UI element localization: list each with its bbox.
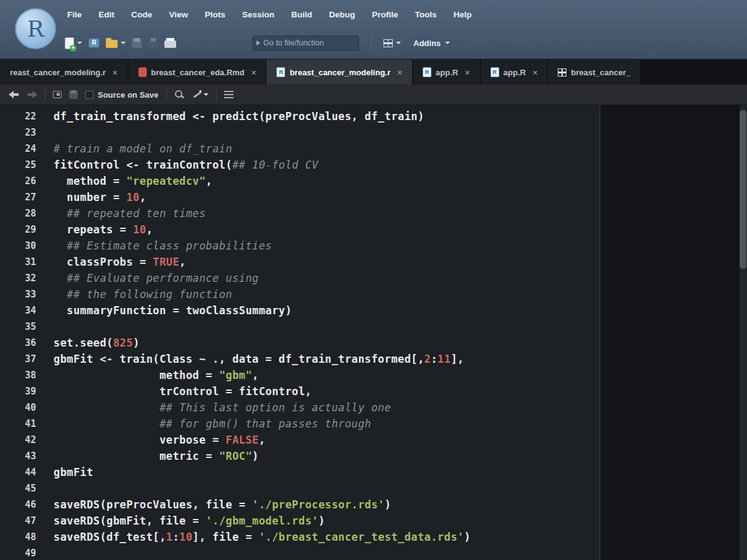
r-doc-icon: R xyxy=(276,67,285,77)
code-text: df_train_transformed <- predict(preProcV… xyxy=(36,108,425,124)
line-number: 49 xyxy=(0,545,36,560)
popout-icon[interactable] xyxy=(53,91,62,98)
line-number: 29 xyxy=(0,222,36,238)
code-text: method = "gbm", xyxy=(36,367,259,383)
line-number: 41 xyxy=(0,416,36,432)
tab-label: app.R xyxy=(504,68,526,77)
code-tools-button[interactable] xyxy=(192,90,209,100)
line-number: 42 xyxy=(0,432,36,448)
chevron-down-icon xyxy=(121,42,126,44)
menu-help[interactable]: Help xyxy=(454,10,472,19)
tab-label: reast_cancer_modeling.r xyxy=(10,68,106,77)
menu-profile[interactable]: Profile xyxy=(372,10,398,19)
tab-3[interactable]: Rapp.R× xyxy=(413,60,481,85)
line-number: 26 xyxy=(0,173,36,189)
source-on-save-checkbox[interactable] xyxy=(85,91,93,99)
close-icon[interactable]: × xyxy=(533,68,538,77)
r-logo: R xyxy=(15,8,56,49)
close-icon[interactable]: × xyxy=(113,68,118,77)
line-number: 25 xyxy=(0,157,36,173)
magic-wand-icon xyxy=(192,90,202,100)
code-editor[interactable]: 22df_train_transformed <- predict(prePro… xyxy=(0,105,747,560)
scrollbar-thumb[interactable] xyxy=(740,110,746,269)
tab-1[interactable]: breast_cancer_eda.Rmd× xyxy=(128,60,267,85)
chevron-down-icon xyxy=(77,42,82,44)
editor-toolbar-separator xyxy=(216,88,217,101)
close-icon[interactable]: × xyxy=(397,68,402,77)
tab-label: breast_cancer_modeling.r xyxy=(289,68,390,77)
addins-label: Addins xyxy=(413,39,441,48)
rmd-doc-icon xyxy=(138,67,147,77)
menu-build[interactable]: Build xyxy=(291,10,312,19)
menubar-items: FileEditCodeViewPlotsSessionBuildDebugPr… xyxy=(67,0,472,29)
tab-4[interactable]: Rapp.R× xyxy=(481,60,548,85)
code-text: ## Estimate class probabilities xyxy=(36,238,272,254)
line-number: 47 xyxy=(0,513,36,529)
line-number: 24 xyxy=(0,141,36,157)
r-doc-icon: R xyxy=(491,67,499,77)
line-number: 35 xyxy=(0,319,36,335)
code-text: gbmFit <- train(Class ~ ., data = df_tra… xyxy=(36,351,464,367)
close-icon[interactable]: × xyxy=(465,68,470,77)
r-doc-icon: R xyxy=(423,67,431,77)
search-icon[interactable] xyxy=(174,90,184,100)
code-text: fitControl <- trainControl(## 10-fold CV xyxy=(36,157,318,173)
code-text: verbose = FALSE, xyxy=(36,432,265,448)
print-button[interactable] xyxy=(164,38,176,48)
tab-bar: reast_cancer_modeling.r×breast_cancer_ed… xyxy=(0,60,747,85)
line-number: 46 xyxy=(0,497,36,513)
code-text: ## for gbm() that passes through xyxy=(36,416,372,432)
line-number: 32 xyxy=(0,270,36,286)
menu-code[interactable]: Code xyxy=(131,10,153,19)
tab-label: breast_cancer_eda.Rmd xyxy=(151,68,245,77)
back-arrow-icon[interactable] xyxy=(9,91,19,98)
line-number: 23 xyxy=(0,124,36,141)
folder-icon xyxy=(106,40,118,48)
menu-session[interactable]: Session xyxy=(242,10,275,19)
editor-save-icon[interactable] xyxy=(69,90,78,99)
line-number: 45 xyxy=(0,480,36,497)
pane-layout-button[interactable] xyxy=(383,39,401,47)
code-text: number = 10, xyxy=(36,189,146,205)
close-icon[interactable]: × xyxy=(251,68,256,77)
new-file-button[interactable] xyxy=(65,37,82,49)
save-all-icon xyxy=(148,38,158,48)
print-icon xyxy=(164,40,176,48)
toolbar-separator xyxy=(371,35,372,50)
goto-file-field[interactable] xyxy=(252,35,359,51)
goto-file-input[interactable] xyxy=(263,39,364,47)
forward-arrow-icon[interactable] xyxy=(27,91,37,98)
menu-tools[interactable]: Tools xyxy=(415,10,437,19)
main-toolbar: R Addi xyxy=(65,29,747,57)
line-number: 39 xyxy=(0,383,36,399)
data-grid-icon xyxy=(558,68,566,77)
save-button[interactable] xyxy=(132,38,142,48)
line-number: 30 xyxy=(0,238,36,254)
menu-edit[interactable]: Edit xyxy=(98,10,115,19)
line-number: 48 xyxy=(0,529,36,545)
source-on-save-toggle[interactable]: Source on Save xyxy=(85,90,159,100)
vertical-scrollbar[interactable] xyxy=(739,105,747,560)
code-text: metric = "ROC") xyxy=(36,448,259,464)
tab-5[interactable]: breast_cancer_ xyxy=(548,60,641,85)
line-number: 22 xyxy=(0,108,36,124)
menu-file[interactable]: File xyxy=(67,10,82,19)
document-outline-icon[interactable] xyxy=(224,91,233,99)
line-number: 27 xyxy=(0,189,36,205)
new-project-button[interactable]: R xyxy=(88,38,100,48)
save-all-button[interactable] xyxy=(148,38,158,48)
code-text: trControl = fitControl, xyxy=(36,383,312,399)
menu-plots[interactable]: Plots xyxy=(205,10,225,19)
editor-toolbar-separator xyxy=(166,88,167,101)
code-text: set.seed(825) xyxy=(36,335,139,351)
line-number: 43 xyxy=(0,448,36,464)
addins-button[interactable]: Addins xyxy=(413,39,450,48)
menu-debug[interactable]: Debug xyxy=(329,10,355,19)
chevron-down-icon xyxy=(396,42,401,44)
line-number: 34 xyxy=(0,302,36,319)
tab-0[interactable]: reast_cancer_modeling.r× xyxy=(0,60,128,85)
menu-view[interactable]: View xyxy=(169,10,189,19)
tab-2[interactable]: Rbreast_cancer_modeling.r× xyxy=(266,60,412,85)
open-file-button[interactable] xyxy=(106,38,126,48)
goto-arrow-icon xyxy=(256,40,260,45)
